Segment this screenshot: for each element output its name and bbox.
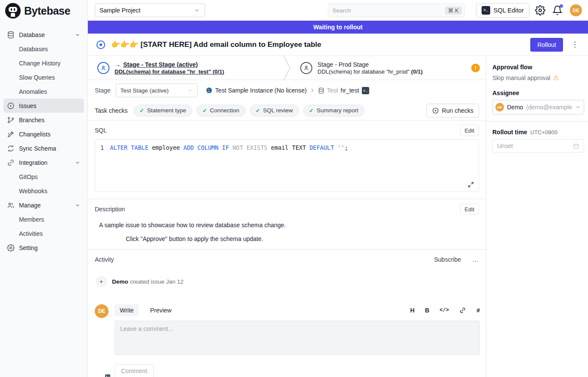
search-input[interactable] [333, 7, 442, 14]
stage-test[interactable]: →Stage - Test Stage (active) DDL(schema)… [88, 56, 283, 80]
left-sidebar: Bytebase Database Databases Change Histo… [0, 0, 88, 377]
rollout-time-label: Rollout time [492, 129, 527, 136]
bold-format-button[interactable]: B [425, 307, 429, 314]
comment-input[interactable] [115, 321, 480, 355]
check-icon: ✓ [309, 108, 314, 114]
subscribe-button[interactable]: Subscribe [434, 256, 461, 263]
sql-editor[interactable]: 1 ALTER TABLE employee ADD COLUMN IF NOT… [95, 139, 479, 192]
check-icon: ✓ [256, 108, 260, 114]
environment-label: Test [327, 87, 338, 94]
activity-text: created issue Jan 12 [130, 278, 184, 285]
check-connection[interactable]: ✓Connection [196, 105, 245, 117]
kebab-menu-button[interactable]: ⋮ [569, 39, 581, 51]
sql-editor-button[interactable]: SQL Editor [476, 3, 529, 18]
expand-icon[interactable] [467, 181, 474, 188]
search-box[interactable]: ⌘ K [328, 3, 465, 17]
instance-name[interactable]: Test Sample Instance (No license) [215, 87, 307, 94]
tab-write[interactable]: Write [115, 304, 139, 316]
sidebar-item-slow-queries[interactable]: Slow Queries [3, 70, 84, 84]
sidebar-item-database[interactable]: Database [3, 28, 84, 42]
stage-separator [283, 56, 291, 80]
gear-icon [535, 5, 545, 15]
activity-section: Activity Subscribe … + Democreated issue… [88, 250, 486, 377]
sql-edit-button[interactable]: Edit [460, 125, 479, 136]
open-sql-editor-icon[interactable] [362, 87, 369, 94]
chevron-right-icon [309, 87, 315, 93]
notifications-button[interactable] [551, 4, 564, 17]
stage-selector-row: Stage Test Stage (active) Test Sample In… [88, 80, 486, 101]
actor-name: Demo [112, 278, 128, 285]
sql-label: SQL [95, 127, 107, 134]
content-area: →Stage - Test Stage (active) DDL(schema)… [88, 56, 588, 377]
activity-item: + Democreated issue Jan 12 [96, 276, 479, 287]
issue-title: 👉👉👉 [START HERE] Add email column to Emp… [111, 40, 530, 49]
user-avatar[interactable]: DE [570, 4, 582, 16]
main-column: →Stage - Test Stage (active) DDL(schema)… [88, 56, 486, 377]
sidebar-item-manage[interactable]: Manage [3, 198, 84, 212]
database-icon [7, 31, 15, 39]
issue-sidebar: Approval flow Skip manual approval ⚠ Ass… [486, 56, 588, 377]
stage-pipeline: →Stage - Test Stage (active) DDL(schema)… [88, 56, 486, 80]
sidebar-item-members[interactable]: Members [3, 212, 84, 226]
bytebase-app: Bytebase Database Databases Change Histo… [0, 0, 588, 377]
approval-flow-label: Approval flow [492, 64, 584, 71]
link-icon [7, 159, 15, 167]
sidebar-item-webhooks[interactable]: Webhooks [3, 184, 84, 198]
calendar-icon [573, 143, 579, 149]
hash-format-button[interactable]: # [476, 307, 480, 314]
comment-submit-button[interactable]: Comment [115, 364, 154, 377]
topbar: Sample Project ⌘ K SQL Editor DE [88, 0, 588, 21]
tab-preview[interactable]: Preview [145, 304, 177, 316]
stage-title: →Stage - Test Stage (active) [115, 61, 198, 68]
comment-avatar: DE [95, 304, 109, 377]
stage-person-icon [97, 62, 109, 74]
check-icon: ✓ [140, 108, 144, 114]
sidebar-item-changelists[interactable]: Changelists [3, 127, 84, 141]
sidebar-item-issues[interactable]: Issues [3, 99, 84, 113]
project-select[interactable]: Sample Project [95, 3, 205, 17]
gear-icon [7, 244, 15, 252]
rollout-timezone: UTC+0800 [530, 129, 557, 136]
sidebar-item-branches[interactable]: Branches [3, 113, 84, 127]
rollout-time-input[interactable]: Unset [492, 139, 584, 153]
run-checks-button[interactable]: Run checks [426, 104, 479, 117]
comment-bubble-icon [105, 374, 110, 377]
brand-logo[interactable]: Bytebase [0, 0, 87, 22]
bytebase-logo-icon [5, 3, 21, 19]
editor-tabs: Write Preview H B </> # [115, 304, 480, 316]
sql-section: SQL Edit 1 ALTER TABLE employee ADD COLU… [88, 121, 486, 199]
database-name[interactable]: hr_test [341, 87, 359, 94]
description-line: A sample issue to showcase how to review… [99, 222, 479, 229]
sidebar-item-gitops[interactable]: GitOps [3, 170, 84, 184]
sidebar-item-integration[interactable]: Integration [3, 155, 84, 170]
stage-select[interactable]: Test Stage (active) [116, 83, 198, 97]
sidebar-item-sync-schema[interactable]: Sync Schema [3, 141, 84, 155]
sync-icon [7, 145, 15, 152]
sidebar-item-setting[interactable]: Setting [3, 241, 84, 255]
chevron-down-icon [187, 87, 193, 93]
stage-subtitle: DDL(schema) for database "hr_prod" (0/1) [317, 68, 423, 75]
link-format-button[interactable] [459, 307, 466, 314]
settings-gear-button[interactable] [534, 4, 547, 17]
sidebar-item-change-history[interactable]: Change History [3, 56, 84, 70]
assignee-select[interactable]: DE Demo (demo@example [492, 100, 584, 114]
stage-prod[interactable]: Stage - Prod Stage DDL(schema) for datab… [291, 56, 486, 80]
link-icon [459, 307, 466, 314]
sidebar-item-activities[interactable]: Activities [3, 226, 84, 241]
heading-format-button[interactable]: H [410, 307, 414, 314]
rollout-button[interactable]: Rollout [530, 38, 563, 52]
sidebar-item-anomalies[interactable]: Anomalies [3, 84, 84, 99]
code-format-button[interactable]: </> [440, 307, 449, 313]
check-icon: ✓ [202, 108, 207, 114]
sidebar-item-databases[interactable]: Databases [3, 42, 84, 56]
stage-subtitle: DDL(schema) for database "hr_test" (0/1) [115, 68, 224, 75]
activity-more-button[interactable]: … [472, 256, 479, 263]
format-toolbar: H B </> # [410, 307, 480, 314]
issue-open-icon [96, 40, 105, 49]
stage-label: Stage [95, 87, 111, 94]
check-statement-type[interactable]: ✓Statement type [134, 105, 192, 117]
check-summary-report[interactable]: ✓Summary report [303, 105, 364, 117]
notification-dot [560, 4, 563, 8]
description-edit-button[interactable]: Edit [460, 204, 479, 215]
check-sql-review[interactable]: ✓SQL review [250, 105, 299, 117]
